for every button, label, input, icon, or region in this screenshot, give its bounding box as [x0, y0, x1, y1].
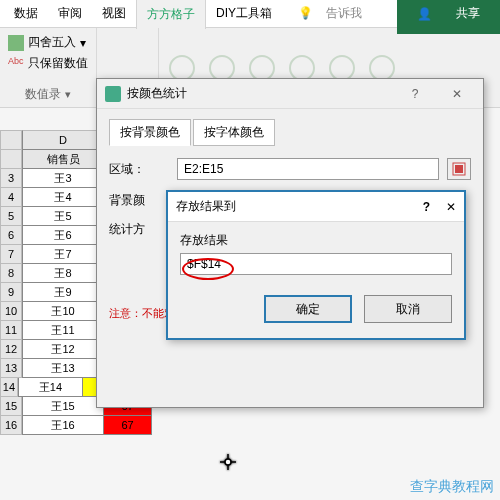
- dialog-titlebar[interactable]: 按颜色统计 ? ✕: [97, 79, 483, 109]
- table-cell[interactable]: 67: [104, 416, 152, 435]
- keep-value-button[interactable]: Abc只保留数值: [8, 53, 88, 74]
- close-button[interactable]: ✕: [439, 87, 475, 101]
- table-row[interactable]: 王8: [22, 264, 104, 283]
- result-label: 存放结果: [180, 232, 452, 249]
- ribbon-tabs: 数据 审阅 视图 方方格子 DIY工具箱 💡 告诉我 👤共享: [0, 0, 500, 28]
- app-icon: [105, 86, 121, 102]
- share-button[interactable]: 👤共享: [397, 0, 500, 34]
- table-row[interactable]: 王12: [22, 340, 104, 359]
- table-row[interactable]: 王4: [22, 188, 104, 207]
- round-button[interactable]: 四舍五入 ▾: [8, 32, 88, 53]
- table-row[interactable]: 王15: [22, 397, 104, 416]
- dialog-title: 按颜色统计: [127, 85, 187, 102]
- table-row[interactable]: 王10: [22, 302, 104, 321]
- stat-label: 统计方: [109, 221, 169, 238]
- person-icon: 👤: [407, 1, 442, 27]
- tab-font-color[interactable]: 按字体颜色: [193, 119, 275, 146]
- ribbon-group-number: 四舍五入 ▾ Abc只保留数值 数值录 ▾: [0, 28, 97, 107]
- bgcolor-label: 背景颜: [109, 192, 169, 209]
- circle-tool-2[interactable]: [209, 55, 235, 81]
- ok-button-2[interactable]: 确定: [264, 295, 352, 323]
- tab-view[interactable]: 视图: [92, 0, 136, 28]
- result-input[interactable]: [180, 253, 452, 275]
- dialog2-titlebar[interactable]: 存放结果到 ? ✕: [168, 192, 464, 222]
- abc-icon: Abc: [8, 56, 24, 72]
- table-row[interactable]: 王14: [18, 378, 83, 397]
- close-button-2[interactable]: ✕: [446, 200, 456, 214]
- table-row[interactable]: 王9: [22, 283, 104, 302]
- round-icon: [8, 35, 24, 51]
- svg-point-4: [225, 459, 231, 465]
- help-button-2[interactable]: ?: [423, 200, 430, 214]
- watermark: 查字典教程网: [410, 478, 494, 496]
- table-row[interactable]: 王3: [22, 169, 104, 188]
- table-row[interactable]: 王16: [22, 416, 104, 435]
- circle-tool-1[interactable]: [169, 55, 195, 81]
- region-input[interactable]: [177, 158, 439, 180]
- table-row[interactable]: 王11: [22, 321, 104, 340]
- table-row[interactable]: 王6: [22, 226, 104, 245]
- circle-tool-4[interactable]: [289, 55, 315, 81]
- svg-rect-1: [455, 165, 463, 173]
- tab-fangfang[interactable]: 方方格子: [136, 0, 206, 29]
- tab-bg-color[interactable]: 按背景颜色: [109, 119, 191, 146]
- tell-me[interactable]: 💡 告诉我: [288, 0, 382, 28]
- dialog2-title: 存放结果到: [176, 198, 236, 215]
- result-location-dialog: 存放结果到 ? ✕ 存放结果 确定 取消: [166, 190, 466, 340]
- circle-tool-3[interactable]: [249, 55, 275, 81]
- table-row[interactable]: 王5: [22, 207, 104, 226]
- tab-diy[interactable]: DIY工具箱: [206, 0, 282, 28]
- table-row[interactable]: 王7: [22, 245, 104, 264]
- help-button[interactable]: ?: [397, 87, 433, 101]
- group-label: 数值录 ▾: [8, 86, 88, 103]
- circle-tool-5[interactable]: [329, 55, 355, 81]
- region-label: 区域：: [109, 161, 169, 178]
- cancel-button-2[interactable]: 取消: [364, 295, 452, 323]
- tab-review[interactable]: 审阅: [48, 0, 92, 28]
- tab-data[interactable]: 数据: [4, 0, 48, 28]
- table-row[interactable]: 王13: [22, 359, 104, 378]
- range-picker-button[interactable]: [447, 158, 471, 180]
- cursor-icon: [218, 452, 238, 475]
- circle-tool-6[interactable]: [369, 55, 395, 81]
- color-tabs: 按背景颜色 按字体颜色: [109, 119, 471, 146]
